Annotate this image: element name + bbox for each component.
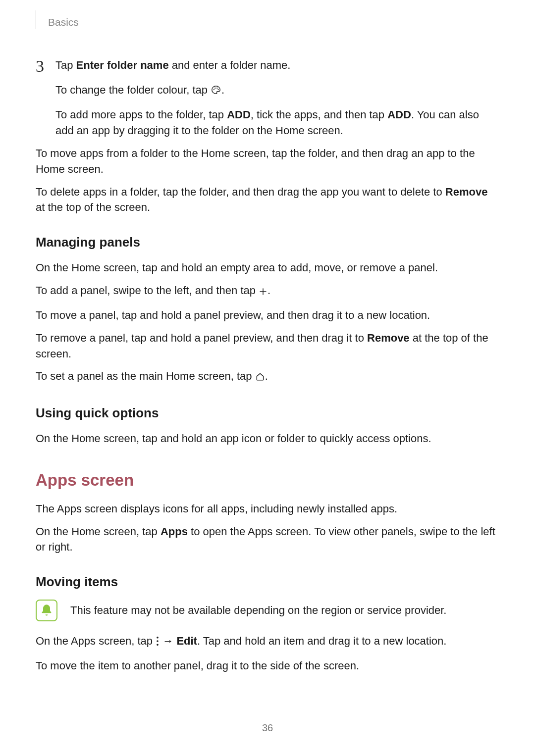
apps-p1: The Apps screen displays icons for all a… — [36, 501, 499, 517]
heading-moving-items: Moving items — [36, 573, 499, 592]
note-icon — [36, 600, 57, 621]
text: . — [265, 370, 268, 382]
heading-managing-panels: Managing panels — [36, 233, 499, 252]
add-label: ADD — [227, 108, 251, 121]
text: . — [268, 284, 270, 297]
text: To delete apps in a folder, tap the fold… — [36, 186, 445, 198]
add-label-2: ADD — [387, 108, 411, 121]
heading-apps-screen: Apps screen — [36, 468, 499, 492]
apps-label: Apps — [160, 525, 188, 538]
managing-p2: To add a panel, swipe to the left, and t… — [36, 283, 499, 301]
heading-quick-options: Using quick options — [36, 404, 499, 423]
step-3: 3 Tap Enter folder name and enter a fold… — [36, 57, 499, 75]
remove-label-2: Remove — [367, 332, 410, 344]
text: , tick the apps, and then tap — [251, 108, 387, 121]
svg-point-3 — [218, 89, 219, 90]
step-number: 3 — [36, 57, 55, 75]
para-move-apps: To move apps from a folder to the Home s… — [36, 146, 499, 177]
step-sub-1: To change the folder colour, tap . — [55, 82, 499, 100]
svg-point-2 — [216, 88, 217, 89]
palette-icon — [211, 84, 221, 100]
header-divider — [36, 10, 36, 29]
svg-point-6 — [157, 637, 159, 639]
running-header: Basics — [36, 15, 499, 30]
svg-point-0 — [214, 89, 214, 90]
svg-point-8 — [157, 644, 159, 646]
managing-p4: To remove a panel, tap and hold a panel … — [36, 330, 499, 362]
text: To set a panel as the main Home screen, … — [36, 370, 255, 382]
edit-label: Edit — [176, 635, 197, 647]
text: → — [160, 635, 176, 647]
home-icon — [255, 370, 265, 386]
text: To add a panel, swipe to the left, and t… — [36, 284, 259, 297]
moving-p2: To move the item to another panel, drag … — [36, 658, 499, 674]
managing-p1: On the Home screen, tap and hold an empt… — [36, 260, 499, 276]
text: and enter a folder name. — [169, 59, 291, 71]
section-label: Basics — [48, 15, 79, 30]
apps-p2: On the Home screen, tap Apps to open the… — [36, 524, 499, 555]
step-sub-2: To add more apps to the folder, tap ADD,… — [55, 107, 499, 139]
quick-p1: On the Home screen, tap and hold an app … — [36, 431, 499, 447]
svg-point-1 — [214, 88, 215, 89]
plus-icon — [259, 285, 268, 301]
enter-folder-name-label: Enter folder name — [76, 59, 169, 71]
text: . Tap and hold an item and drag it to a … — [197, 635, 447, 647]
text: On the Home screen, tap — [36, 525, 160, 538]
text: On the Apps screen, tap — [36, 635, 156, 647]
page-number: 36 — [0, 721, 535, 735]
text: at the top of the screen. — [36, 201, 150, 213]
para-delete-apps: To delete apps in a folder, tap the fold… — [36, 184, 499, 216]
svg-point-7 — [157, 640, 159, 642]
text: To change the folder colour, tap — [55, 84, 211, 96]
text: Tap — [55, 59, 76, 71]
managing-p3: To move a panel, tap and hold a panel pr… — [36, 307, 499, 323]
remove-label: Remove — [445, 186, 488, 198]
note-text: This feature may not be available depend… — [70, 603, 446, 618]
text: . — [221, 84, 224, 96]
moving-p1: On the Apps screen, tap → Edit. Tap and … — [36, 633, 499, 651]
text: To remove a panel, tap and hold a panel … — [36, 332, 367, 344]
more-options-icon — [156, 635, 160, 651]
text: To add more apps to the folder, tap — [55, 108, 227, 121]
step-body: Tap Enter folder name and enter a folder… — [55, 57, 499, 73]
note-callout: This feature may not be available depend… — [36, 600, 499, 621]
managing-p5: To set a panel as the main Home screen, … — [36, 368, 499, 386]
